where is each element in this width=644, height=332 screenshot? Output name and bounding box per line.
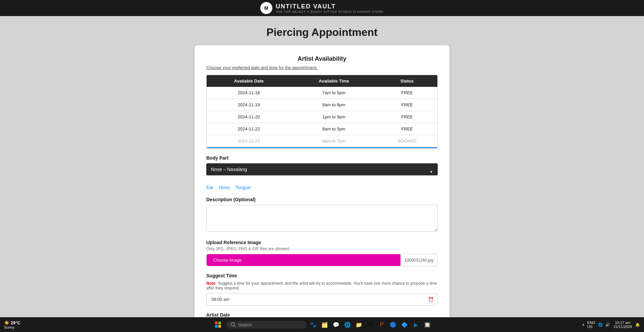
col-status: Status — [377, 75, 437, 87]
availability-table-wrapper[interactable]: Available Date Available Time Status 202… — [206, 75, 438, 149]
cell-date: 2024-11-22 — [207, 123, 291, 135]
table-row[interactable]: 2024-11-228am to 5pmFREE — [207, 123, 437, 135]
note-text: Suggest a time for your appointment, and… — [206, 281, 437, 290]
taskbar-icon-powerpoint[interactable]: P — [377, 320, 386, 329]
col-time: Available Time — [291, 75, 377, 87]
taskbar-icon-chat[interactable]: 💬 — [331, 320, 341, 329]
upload-subtitle: Only JPG, JPEG, PNG & GIF files are allo… — [206, 246, 438, 251]
col-date: Available Date — [207, 75, 291, 87]
tray-notification[interactable]: 🔔 — [635, 323, 640, 327]
filter-tabs: Ear Nose Tongue — [206, 185, 438, 190]
file-input-wrapper: Choose Image 1000031240.jpg — [206, 254, 438, 266]
table-row[interactable]: 2024-11-199am to 8pmFREE — [207, 99, 437, 111]
cell-time: 8am to 5pm — [291, 123, 377, 135]
upload-title: Upload Reference Image — [206, 240, 438, 245]
filter-tab-ear[interactable]: Ear — [206, 185, 214, 190]
suggest-time-note: Note: Suggest a time for your appointmen… — [206, 281, 438, 290]
cell-status: FREE — [377, 99, 437, 111]
tray-lang: ENG US — [587, 321, 595, 329]
form-card: Artist Availability Choose your preferre… — [195, 45, 449, 317]
table-row[interactable]: 2024-11-238am to 7pmBOOKED — [207, 135, 437, 147]
taskbar-icon-vscode[interactable]: ▶ — [411, 320, 421, 329]
cell-status: FREE — [377, 123, 437, 135]
taskbar-center: Search 🐾 🗂️ 💬 🌐 📁 W P 🔵 🔷 ▶ 🔲 — [212, 319, 432, 331]
taskbar-icon-word[interactable]: W — [366, 320, 375, 329]
cell-date: 2024-11-23 — [207, 135, 291, 147]
cell-time: 1pm to 9pm — [291, 111, 377, 123]
body-part-select[interactable]: Nose – Nasalang Ear Tongue — [206, 163, 438, 175]
suggest-time-label: Suggest Time — [206, 273, 438, 278]
table-row[interactable]: 2024-11-187am to 5pmFREE — [207, 87, 437, 99]
cell-time: 7am to 5pm — [291, 87, 377, 99]
taskbar-icon-browser[interactable]: 🌐 — [343, 320, 352, 329]
table-header: Available Date Available Time Status — [207, 75, 437, 87]
taskbar-icon-folder[interactable]: 📁 — [354, 320, 364, 329]
taskbar-clock: 10:17 am 21/11/2024 — [613, 321, 632, 329]
sys-tray: ∧ ENG US 🌐 🔊 — [582, 321, 610, 329]
cell-time: 8am to 7pm — [291, 147, 377, 149]
description-label: Description (Optional) — [206, 197, 438, 202]
svg-rect-1 — [218, 322, 221, 324]
start-button[interactable] — [212, 319, 224, 331]
brand-logo: M UNTITLED VAULT THE TOP SELECT X BUHAY … — [260, 2, 384, 14]
cell-status: BOOKED — [377, 135, 437, 147]
taskbar-right: ∧ ENG US 🌐 🔊 10:17 am 21/11/2024 🔔 — [582, 321, 640, 329]
taskbar-date-display: 21/11/2024 — [613, 325, 632, 329]
availability-table: Available Date Available Time Status 202… — [207, 75, 437, 149]
time-input-wrapper: ⏰ — [206, 293, 438, 306]
svg-rect-0 — [215, 322, 218, 324]
table-row[interactable]: 2024-11-201pm to 9pmFREE — [207, 111, 437, 123]
artist-date-section: Artist Date — [206, 312, 438, 317]
choose-image-button[interactable]: Choose Image — [207, 254, 400, 266]
tray-expand[interactable]: ∧ — [582, 323, 585, 327]
cell-date: 2024-11-19 — [207, 99, 291, 111]
page-title: Piercing Appointment — [266, 26, 377, 39]
cell-status: FREE — [377, 111, 437, 123]
time-input[interactable] — [206, 293, 438, 306]
body-part-label: Body Part — [206, 155, 438, 161]
svg-rect-3 — [218, 325, 221, 328]
main-content: Piercing Appointment Artist Availability… — [0, 16, 644, 317]
app-header: M UNTITLED VAULT THE TOP SELECT X BUHAY … — [0, 0, 644, 16]
weather-widget: ☀️ 29°C Sunny — [4, 320, 20, 329]
cell-time: 9am to 8pm — [291, 99, 377, 111]
taskbar-time-display: 10:17 am — [615, 321, 631, 325]
svg-rect-2 — [215, 325, 218, 328]
search-bar-text: Search — [238, 322, 252, 327]
taskbar-left: ☀️ 29°C Sunny — [4, 320, 24, 329]
taskbar-icon-edge[interactable]: 🔷 — [400, 320, 409, 329]
taskbar-icon-app[interactable]: 🔲 — [423, 320, 432, 329]
tray-volume[interactable]: 🔊 — [605, 323, 610, 327]
taskbar-icon-files[interactable]: 🗂️ — [320, 320, 329, 329]
section-subtitle: Choose your preferred date and time for … — [206, 65, 438, 70]
section-title: Artist Availability — [206, 55, 438, 62]
cell-date: 2024-11-24 — [207, 147, 291, 149]
taskbar-icon-tamagotchi[interactable]: 🐾 — [309, 320, 318, 329]
tray-network[interactable]: 🌐 — [598, 323, 603, 327]
filter-tab-tongue[interactable]: Tongue — [235, 185, 251, 190]
svg-line-5 — [234, 326, 235, 327]
taskbar: ☀️ 29°C Sunny Search 🐾 🗂️ 💬 🌐 📁 W — [0, 317, 644, 332]
note-label: Note: — [206, 281, 217, 286]
taskbar-icon-chrome[interactable]: 🔵 — [388, 320, 398, 329]
weather-condition: Sunny — [4, 325, 14, 329]
table-row[interactable]: 2024-11-248am to 7pmFREE — [207, 147, 437, 149]
cell-date: 2024-11-20 — [207, 111, 291, 123]
weather-temp: ☀️ 29°C — [4, 320, 20, 325]
cell-status: FREE — [377, 87, 437, 99]
search-bar[interactable]: Search — [226, 321, 307, 329]
file-name-display: 1000031240.jpg — [400, 258, 437, 263]
logo-icon: M — [260, 2, 272, 14]
cell-status: FREE — [377, 147, 437, 149]
suggest-time-section: Suggest Time Note: Suggest a time for yo… — [206, 273, 438, 306]
logo-text: UNTITLED VAULT THE TOP SELECT X BUHAY TA… — [276, 3, 384, 13]
artist-date-label: Artist Date — [206, 312, 438, 317]
filter-tab-nose[interactable]: Nose — [219, 185, 230, 190]
brand-subtitle: THE TOP SELECT X BUHAY TATTOO STUDIO FLA… — [276, 10, 384, 13]
table-body: 2024-11-187am to 5pmFREE2024-11-199am to… — [207, 87, 437, 149]
upload-section: Upload Reference Image Only JPG, JPEG, P… — [206, 240, 438, 266]
body-part-select-wrapper[interactable]: Nose – Nasalang Ear Tongue — [206, 163, 438, 180]
description-textarea[interactable] — [206, 205, 438, 232]
cell-time: 8am to 7pm — [291, 135, 377, 147]
brand-name: UNTITLED VAULT — [276, 3, 384, 10]
